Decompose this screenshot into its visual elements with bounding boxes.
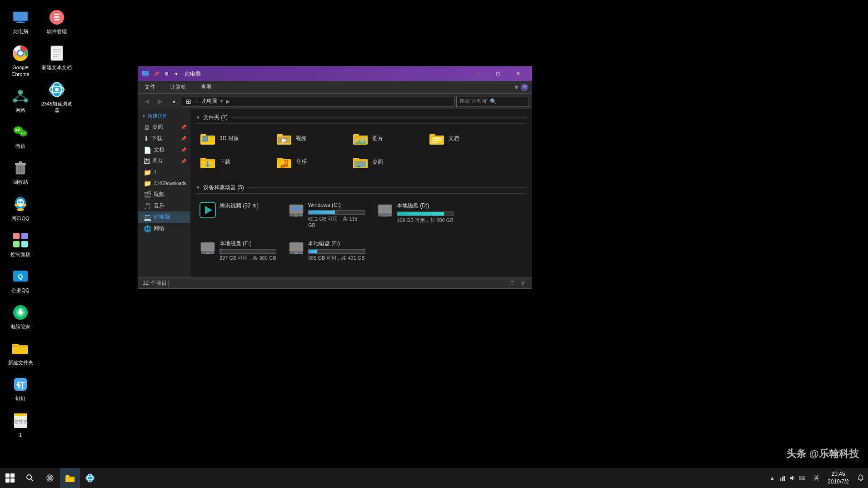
desktop-icon-chrome[interactable]: Google Chrome [2, 40, 39, 81]
sidebar-desktop-pin: 📌 [181, 125, 186, 130]
drives-section-title: 设备和驱动器 (5) [203, 184, 244, 191]
drive-d[interactable]: 本地磁盘 (D:) 169 GB 可用，共 200 GB [373, 198, 457, 231]
sidebar-item-desktop[interactable]: 🖥 桌面 📌 [138, 121, 190, 133]
drive-c[interactable]: Windows (C:) 62.2 GB 可用，共 118 GB [284, 198, 369, 231]
svg-rect-114 [383, 216, 387, 216]
tray-keyboard-icon[interactable] [798, 474, 806, 482]
desktop-icon-new-folder[interactable]: 新建文件夹 [2, 336, 39, 369]
tray-expand-icon[interactable]: ▲ [768, 474, 776, 482]
svg-point-17 [24, 133, 25, 134]
address-path-input[interactable]: ⊞ › 此电脑 ▼ ▶ [182, 96, 454, 107]
desktop-icon-control-panel[interactable]: 控制面板 [2, 227, 39, 261]
start-button[interactable] [0, 468, 20, 488]
ribbon-tab-file[interactable]: 文件 [142, 81, 158, 93]
svg-rect-67 [202, 137, 207, 142]
nav-back-button[interactable]: ◀ [141, 96, 153, 107]
sidebar-item-pictures[interactable]: 🖼 图片 📌 [138, 156, 190, 167]
view-list-button[interactable]: ☰ [507, 279, 516, 288]
nav-up-button[interactable]: ▲ [168, 96, 180, 107]
svg-point-29 [23, 204, 26, 206]
desktop-icon-network[interactable]: 网络 [2, 83, 39, 117]
sidebar-item-documents[interactable]: 📄 文档 📌 [138, 144, 190, 156]
tray-network-icon[interactable] [778, 474, 786, 482]
desktop-icon-wechat[interactable]: 微信 [2, 119, 39, 153]
sidebar-2345-icon: 📁 [144, 180, 151, 187]
sidebar-item-2345downloads[interactable]: 📁 2345Downloads [138, 178, 190, 189]
sidebar-desktop-label: 桌面 [152, 123, 163, 131]
folder-downloads[interactable]: 下载 [196, 152, 269, 172]
drive-e[interactable]: 本地磁盘 (E:) 297 GB 可用，共 300 GB [196, 236, 280, 265]
desktop-icon-this-pc[interactable]: 此电脑 [2, 5, 39, 38]
folders-collapse-arrow[interactable]: ▼ [196, 115, 200, 120]
taskbar-fileexplorer-button[interactable] [60, 468, 80, 488]
ribbon-expand-btn[interactable]: ▼ ? [514, 84, 528, 91]
drives-collapse-arrow[interactable]: ▼ [196, 185, 200, 190]
qa-pin-btn[interactable]: 📌 [152, 69, 161, 78]
minimize-button[interactable]: ─ [468, 66, 488, 81]
taskbar-cortana-button[interactable] [40, 468, 60, 488]
svg-rect-33 [13, 241, 20, 247]
svg-point-117 [211, 252, 213, 254]
ribbon-tab-computer[interactable]: 计算机 [167, 81, 189, 93]
svg-rect-20 [19, 161, 22, 163]
desktop-icon-file-1[interactable]: 文件夹 1 [2, 408, 39, 442]
qa-dropdown-btn[interactable]: ▼ [172, 69, 181, 78]
taskbar-search-button[interactable] [20, 468, 40, 488]
desktop-icon-pin[interactable]: 钉 钉钉 [2, 372, 39, 405]
folder-documents[interactable]: 文档 [425, 128, 498, 148]
svg-point-15 [19, 130, 27, 136]
statusbar-count: 12 个项目 [143, 279, 167, 287]
svg-rect-83 [429, 136, 444, 137]
folder-videos[interactable]: 视频 [272, 128, 345, 148]
desktop-icon-recycle-bin[interactable]: 回收站 [2, 155, 39, 189]
folder-music[interactable]: 音乐 [272, 152, 345, 172]
nav-forward-button[interactable]: ▶ [155, 96, 166, 107]
svg-rect-52 [51, 46, 63, 60]
ribbon-tab-view[interactable]: 查看 [198, 81, 215, 93]
drive-f[interactable]: 本地磁盘 (F:) 365 GB 可用，共 431 GB [284, 236, 369, 265]
search-box[interactable]: 搜索"此电脑" 🔍 [456, 96, 529, 107]
desktop-icon-new-text[interactable]: 新建文本文档 [39, 40, 75, 74]
sidebar-item-folder1[interactable]: 📁 1 [138, 167, 190, 178]
taskbar-notification-button[interactable] [853, 468, 868, 488]
desktop-icon-ie2345[interactable]: 2345加速浏览器 [39, 77, 75, 117]
qa-properties-btn[interactable]: ⚙ [162, 69, 171, 78]
folder-3d-objects[interactable]: 3D 对象 [196, 128, 269, 148]
sidebar-network-icon: 🌐 [144, 225, 151, 232]
sidebar-item-music[interactable]: 🎵 音乐 [138, 200, 190, 211]
taskbar-clock[interactable]: 20:45 2019/7/2 [823, 470, 853, 486]
sidebar-quick-access-header[interactable]: ▼ 快速访问 [138, 111, 190, 121]
desktop-icon-360[interactable]: 电脑管家 [2, 300, 39, 333]
sidebar-network-label: 网络 [154, 225, 165, 232]
explorer-window: 📌 ⚙ ▼ 此电脑 ─ □ ✕ 文件 计算机 查看 ▼ ? ◀ ▶ [138, 66, 532, 289]
desktop-icon-enterprise-qq[interactable]: Q 企业QQ [2, 263, 39, 297]
sidebar-item-this-pc[interactable]: 💻 此电脑 [138, 211, 190, 223]
f-drive-icon [288, 240, 304, 256]
c-drive-info: Windows (C:) 62.2 GB 可用，共 118 GB [308, 202, 365, 228]
desktop-icon-tencent-qq[interactable]: 腾讯QQ [2, 191, 39, 225]
folder-desktop[interactable]: 桌面 [349, 152, 421, 172]
sidebar-item-network[interactable]: 🌐 网络 [138, 223, 190, 234]
sidebar-pictures-icon: 🖼 [144, 158, 150, 165]
taskbar-language[interactable]: 英 [810, 474, 823, 482]
quick-access-arrow: ▼ [142, 114, 146, 119]
close-button[interactable]: ✕ [508, 66, 528, 81]
view-details-button[interactable]: ⊞ [518, 279, 527, 288]
tray-volume-icon[interactable] [788, 474, 796, 482]
maximize-button[interactable]: □ [488, 66, 508, 81]
folder-pictures[interactable]: 图片 [349, 128, 421, 148]
help-icon[interactable]: ? [521, 84, 528, 91]
drive-tencent-video[interactable]: 腾讯视频 (32 ⊕) [196, 198, 280, 231]
taskbar-ie-button[interactable] [80, 468, 100, 488]
svg-rect-104 [358, 166, 360, 167]
sidebar-item-videos[interactable]: 🎬 视频 [138, 189, 190, 200]
desktop-icon-soft-mgr[interactable]: 软件管理 [39, 5, 75, 38]
sidebar-item-downloads[interactable]: ⬇ 下载 📌 [138, 133, 190, 144]
d-drive-icon [377, 202, 393, 218]
folder-documents-label: 文档 [449, 135, 459, 142]
sidebar-music-label: 音乐 [154, 202, 165, 210]
desktop-icons-area: 此电脑 Google Chrome [0, 0, 59, 468]
sidebar-videos-label: 视频 [154, 191, 165, 198]
sidebar-documents-pin: 📌 [181, 147, 186, 152]
svg-rect-115 [201, 242, 215, 252]
